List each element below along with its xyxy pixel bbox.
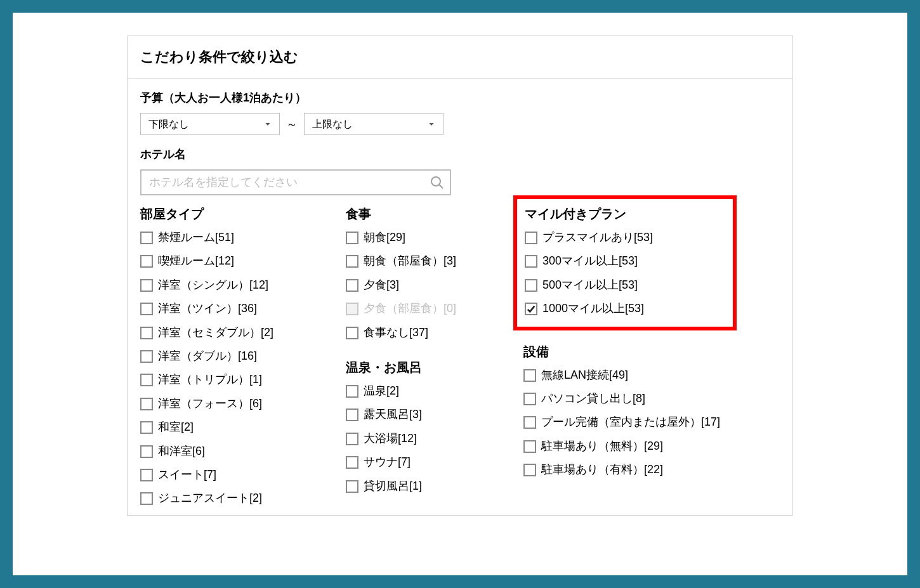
checkbox-icon[interactable]: [525, 232, 537, 244]
checkbox-icon[interactable]: [140, 398, 153, 410]
checkbox-icon[interactable]: [523, 369, 536, 382]
checkbox-icon[interactable]: [140, 421, 153, 434]
filter-option-label: 無線LAN接続[49]: [541, 368, 726, 382]
filter-option-label: ジュニアスイート[2]: [158, 491, 331, 506]
filter-option[interactable]: 洋室（トリプル）[1]: [140, 372, 331, 387]
checkbox-icon[interactable]: [140, 350, 153, 363]
svg-point-0: [431, 177, 440, 186]
filter-option[interactable]: 和洋室[6]: [140, 444, 331, 459]
filter-option[interactable]: 無線LAN接続[49]: [523, 368, 726, 382]
checkbox-icon[interactable]: [523, 416, 536, 429]
panel-title: こだわり条件で絞り込む: [128, 36, 792, 79]
checkbox-icon[interactable]: [346, 408, 358, 421]
filter-option[interactable]: プラスマイルあり[53]: [525, 230, 725, 245]
filter-option[interactable]: 和室[2]: [140, 420, 331, 434]
filter-option[interactable]: 夕食[3]: [346, 278, 508, 292]
checkbox-icon[interactable]: [523, 440, 536, 453]
checkbox-icon[interactable]: [140, 327, 153, 339]
checkbox-icon[interactable]: [523, 393, 536, 405]
checkbox-icon[interactable]: [140, 469, 153, 481]
budget-upper-select[interactable]: 上限なし: [304, 113, 444, 135]
column-mile-facility: マイル付きプラン プラスマイルあり[53]300マイル以上[53]500マイル以…: [523, 204, 726, 515]
filter-option[interactable]: プール完備（室内または屋外）[17]: [523, 415, 726, 429]
filter-option[interactable]: 洋室（シングル）[12]: [140, 278, 331, 292]
filter-option-label: 洋室（フォース）[6]: [158, 396, 331, 411]
filter-option[interactable]: 1000マイル以上[53]: [525, 301, 725, 316]
filter-option[interactable]: 温泉[2]: [346, 384, 508, 398]
facility-list: 無線LAN接続[49]パソコン貸し出し[8]プール完備（室内または屋外）[17]…: [523, 368, 726, 478]
filter-option[interactable]: ジュニアスイート[2]: [140, 491, 331, 506]
filter-option-label: 朝食（部屋食）[3]: [364, 254, 508, 268]
hotel-name-input[interactable]: [140, 169, 451, 195]
column-meal-bath: 食事 朝食[29]朝食（部屋食）[3]夕食[3]夕食（部屋食）[0]食事なし[3…: [346, 204, 508, 515]
bath-list: 温泉[2]露天風呂[3]大浴場[12]サウナ[7]貸切風呂[1]: [346, 384, 508, 493]
checkbox-icon[interactable]: [346, 279, 358, 292]
filter-option[interactable]: 朝食[29]: [346, 230, 508, 245]
filter-option[interactable]: 駐車場あり（無料）[29]: [523, 439, 726, 454]
filter-option-label: 洋室（シングル）[12]: [158, 278, 331, 292]
filter-option[interactable]: 駐車場あり（有料）[22]: [523, 462, 726, 477]
filter-option[interactable]: 500マイル以上[53]: [525, 278, 725, 292]
checkbox-icon[interactable]: [346, 327, 358, 339]
checkbox-icon[interactable]: [525, 255, 537, 268]
checkbox-icon[interactable]: [346, 232, 358, 244]
meal-list: 朝食[29]朝食（部屋食）[3]夕食[3]夕食（部屋食）[0]食事なし[37]: [346, 230, 508, 340]
filter-option[interactable]: パソコン貸し出し[8]: [523, 391, 726, 406]
room-type-list: 禁煙ルーム[51]喫煙ルーム[12]洋室（シングル）[12]洋室（ツイン）[36…: [140, 230, 331, 506]
filter-option-label: プラスマイルあり[53]: [542, 230, 725, 245]
checkbox-icon[interactable]: [346, 456, 358, 469]
filter-option[interactable]: サウナ[7]: [346, 455, 508, 469]
checkbox-icon[interactable]: [346, 433, 358, 445]
group-title-room-type: 部屋タイプ: [140, 206, 331, 223]
filter-option-label: 1000マイル以上[53]: [542, 301, 725, 316]
filter-option[interactable]: 洋室（ツイン）[36]: [140, 301, 331, 316]
filter-option-label: 和洋室[6]: [158, 444, 331, 459]
filter-option[interactable]: 300マイル以上[53]: [525, 254, 725, 268]
filter-option[interactable]: 洋室（ダブル）[16]: [140, 349, 331, 363]
checkbox-icon[interactable]: [140, 279, 153, 292]
filter-option[interactable]: 朝食（部屋食）[3]: [346, 254, 508, 268]
filter-option-label: 禁煙ルーム[51]: [158, 230, 331, 245]
filter-option-label: 食事なし[37]: [364, 325, 508, 340]
budget-lower-select-wrap: 下限なし: [140, 113, 280, 135]
filter-option[interactable]: 貸切風呂[1]: [346, 479, 508, 493]
hotel-name-label: ホテル名: [140, 147, 780, 162]
filter-option-label: サウナ[7]: [364, 455, 508, 469]
checkbox-icon: [346, 303, 358, 315]
filter-option[interactable]: 露天風呂[3]: [346, 407, 508, 422]
checkbox-icon[interactable]: [140, 255, 153, 268]
filter-option[interactable]: 食事なし[37]: [346, 325, 508, 340]
filter-option-label: 洋室（ツイン）[36]: [158, 301, 331, 316]
filter-option-label: 500マイル以上[53]: [542, 278, 725, 292]
budget-lower-select[interactable]: 下限なし: [140, 113, 280, 135]
checkbox-icon[interactable]: [140, 492, 153, 505]
filter-option-label: 大浴場[12]: [364, 431, 508, 446]
checkbox-icon[interactable]: [140, 445, 153, 458]
filter-option[interactable]: 洋室（セミダブル）[2]: [140, 325, 331, 340]
column-room-type: 部屋タイプ 禁煙ルーム[51]喫煙ルーム[12]洋室（シングル）[12]洋室（ツ…: [140, 204, 331, 515]
panel-body: 予算（大人お一人様1泊あたり） 下限なし ～ 上限なし ホテル名: [128, 79, 792, 515]
checkbox-icon[interactable]: [140, 232, 153, 244]
filter-option[interactable]: 喫煙ルーム[12]: [140, 254, 331, 268]
checkbox-icon[interactable]: [140, 303, 153, 315]
checkbox-icon[interactable]: [523, 464, 536, 476]
filter-option-label: 洋室（セミダブル）[2]: [158, 325, 331, 340]
filter-option[interactable]: 大浴場[12]: [346, 431, 508, 446]
filter-option-label: 貸切風呂[1]: [364, 479, 508, 493]
checkbox-icon[interactable]: [346, 480, 358, 493]
checkbox-icon[interactable]: [346, 255, 358, 268]
group-title-facility: 設備: [523, 343, 726, 360]
filter-option[interactable]: 禁煙ルーム[51]: [140, 230, 331, 245]
checkbox-icon[interactable]: [346, 385, 358, 398]
filter-option-label: 洋室（トリプル）[1]: [158, 372, 331, 387]
filter-option-label: 駐車場あり（有料）[22]: [541, 462, 726, 477]
filter-columns: 部屋タイプ 禁煙ルーム[51]喫煙ルーム[12]洋室（シングル）[12]洋室（ツ…: [140, 204, 780, 515]
checkbox-icon[interactable]: [525, 279, 537, 292]
filter-option[interactable]: スイート[7]: [140, 467, 331, 482]
checkbox-icon[interactable]: [525, 303, 537, 315]
filter-option[interactable]: 洋室（フォース）[6]: [140, 396, 331, 411]
filter-option-label: 夕食（部屋食）[0]: [364, 301, 508, 316]
checkbox-icon[interactable]: [140, 374, 153, 386]
group-title-meal: 食事: [346, 206, 508, 223]
filter-option: 夕食（部屋食）[0]: [346, 301, 508, 316]
